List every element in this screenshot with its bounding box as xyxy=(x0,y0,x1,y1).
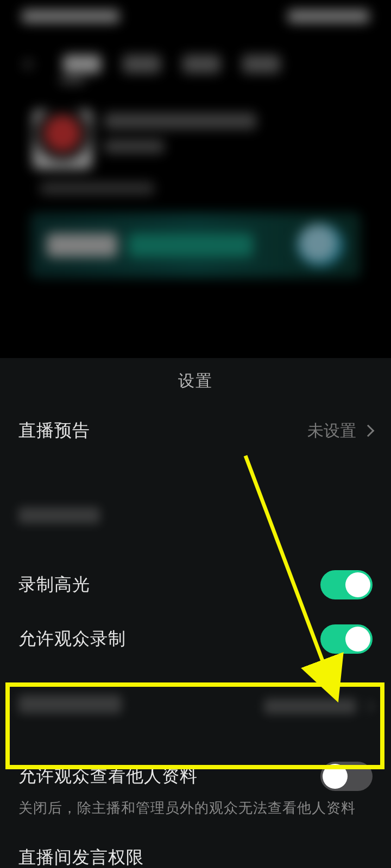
top-tabs: × xyxy=(0,33,391,74)
label-live-preview: 直播预告 xyxy=(18,419,90,443)
row-allow-view-profile: 允许观众查看他人资料 关闭后，除主播和管理员外的观众无法查看他人资料 xyxy=(0,746,391,835)
row-live-preview[interactable]: 直播预告 未设置 xyxy=(0,404,391,458)
toggle-record-highlight[interactable] xyxy=(320,570,373,599)
desc-allow-view-profile: 关闭后，除主播和管理员外的观众无法查看他人资料 xyxy=(18,799,373,818)
label-speak-permission: 直播间发言权限 xyxy=(18,846,144,868)
label-allow-view-profile: 允许观众查看他人资料 xyxy=(18,764,198,788)
row-record-highlight: 录制高光 xyxy=(0,558,391,612)
profile-card xyxy=(33,110,358,169)
row-speak-permission[interactable]: 直播间发言权限 xyxy=(0,835,391,868)
value-live-preview: 未设置 xyxy=(307,420,373,442)
avatar xyxy=(33,110,92,169)
label-record-highlight: 录制高光 xyxy=(18,573,90,597)
sheet-header: 设置 xyxy=(0,358,391,404)
toggle-allow-audience-record[interactable] xyxy=(320,624,373,654)
status-bar xyxy=(0,0,391,33)
sheet-title: 设置 xyxy=(178,370,213,392)
value-text: 未设置 xyxy=(307,420,356,442)
label-allow-audience-record: 允许观众录制 xyxy=(18,627,126,651)
row-obscured-2 xyxy=(0,679,391,733)
chevron-right-icon xyxy=(362,425,375,437)
row-obscured-1 xyxy=(0,490,391,545)
close-icon: × xyxy=(22,54,41,74)
promo-banner xyxy=(30,213,361,278)
toggle-allow-view-profile[interactable] xyxy=(320,762,373,791)
settings-sheet: 设置 直播预告 未设置 录制高光 允许观众录制 xyxy=(0,358,391,868)
row-allow-audience-record: 允许观众录制 xyxy=(0,612,391,666)
